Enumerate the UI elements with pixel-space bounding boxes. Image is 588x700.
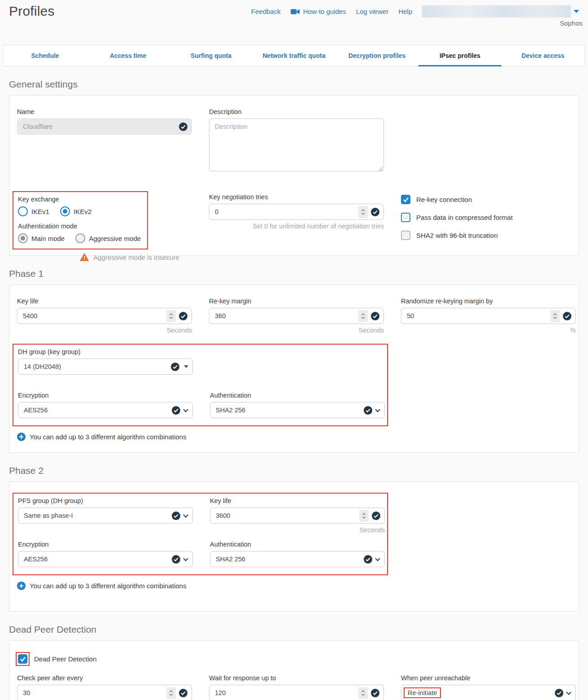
howto-guides-link[interactable]: How-to guides (291, 8, 346, 15)
valid-check-icon (364, 406, 372, 415)
tab-access-time[interactable]: Access time (87, 45, 170, 66)
warning-icon (80, 253, 89, 261)
help-link[interactable]: Help (398, 8, 412, 15)
stepper-control[interactable] (358, 687, 368, 699)
phase1-encryption-value: AES256 (24, 407, 172, 414)
stepper-control[interactable] (358, 310, 368, 322)
account-name-redacted (422, 5, 571, 18)
log-viewer-link[interactable]: Log viewer (356, 8, 389, 15)
stepper-control[interactable] (359, 510, 369, 522)
phase2-key-life-field[interactable] (210, 508, 385, 524)
page-header: Profiles Feedback How-to guides Log view… (0, 0, 588, 45)
brand-label: Sophos (560, 19, 583, 27)
help-label: Help (398, 8, 412, 15)
phase1-key-life-label: Key life (17, 298, 192, 305)
wait-response-input[interactable] (215, 689, 358, 696)
ikev2-radio[interactable] (60, 206, 70, 216)
phase1-add-note-text: You can add up to 3 different algorithm … (30, 433, 186, 441)
description-textarea[interactable] (209, 118, 384, 171)
phase1-panel: Key life Seconds Re-key margin Seconds R… (9, 284, 579, 453)
rekey-margin-input[interactable] (215, 312, 358, 319)
dpd-checkbox[interactable] (18, 654, 27, 664)
tab-decryption-profiles[interactable]: Decryption profiles (335, 45, 418, 66)
phase2-add-note-text: You can add up to 3 different algorithm … (30, 582, 186, 590)
chevron-down-icon (183, 556, 188, 561)
valid-check-icon (172, 406, 180, 415)
main-mode-radio[interactable] (18, 233, 28, 243)
plus-icon (17, 433, 26, 441)
randomize-margin-input[interactable] (407, 312, 550, 319)
rekey-margin-field[interactable] (209, 308, 384, 324)
key-negotiation-input[interactable] (215, 208, 358, 215)
rekey-connection-label: Re-key connection (416, 196, 472, 203)
valid-check-icon (171, 363, 179, 371)
sha2-truncation-checkbox[interactable] (401, 231, 410, 240)
peer-unreachable-label: When peer unreachable (401, 674, 576, 682)
tab-schedule[interactable]: Schedule (4, 45, 87, 66)
main-mode-label: Main mode (31, 235, 65, 242)
phase1-authentication-select[interactable]: SHA2 256 (210, 402, 385, 418)
plus-icon (17, 582, 26, 590)
tab-surfing-quota[interactable]: Surfing quota (170, 45, 253, 66)
rekey-margin-label: Re-key margin (209, 298, 384, 305)
pfs-group-select[interactable]: Same as phase-I (18, 508, 193, 524)
account-selector[interactable] (422, 5, 579, 18)
aggressive-mode-label: Aggressive mode (89, 235, 141, 242)
phase1-encryption-label: Encryption (18, 392, 193, 399)
tab-device-access[interactable]: Device access (501, 45, 584, 66)
chevron-down-icon (183, 512, 188, 517)
ikev2-label: IKEv2 (74, 208, 91, 215)
aggressive-mode-radio[interactable] (75, 233, 85, 243)
warning-text: Aggressive mode is insecure (93, 254, 179, 261)
stepper-control[interactable] (166, 310, 176, 322)
stepper-control[interactable] (166, 687, 176, 699)
randomize-margin-field[interactable] (401, 308, 576, 324)
account-caret-down-icon[interactable] (574, 10, 579, 13)
dh-group-select[interactable]: 14 (DH2048) (18, 359, 193, 375)
feedback-label: Feedback (251, 8, 281, 15)
phase1-add-combination-button[interactable]: You can add up to 3 different algorithm … (17, 433, 571, 441)
phase2-encryption-select[interactable]: AES256 (18, 551, 193, 567)
valid-check-icon (555, 689, 563, 697)
phase2-add-combination-button[interactable]: You can add up to 3 different algorithm … (17, 582, 571, 590)
phase2-key-life-input[interactable] (216, 512, 359, 519)
ikev1-radio[interactable] (18, 206, 28, 216)
general-settings-panel: Name Description Key exchange (9, 95, 579, 256)
chevron-down-icon (375, 556, 380, 561)
section-heading-general: General settings (9, 79, 579, 90)
peer-unreachable-value: Re-initiate (408, 689, 437, 696)
phase2-authentication-select[interactable]: SHA2 256 (210, 551, 385, 567)
tab-network-traffic-quota[interactable]: Network traffic quota (253, 45, 335, 66)
randomize-margin-label: Randomize re-keying margin by (401, 298, 576, 305)
caret-down-icon (184, 365, 188, 368)
check-peer-field[interactable] (17, 685, 192, 700)
dpd-toggle-label: Dead Peer Detection (34, 655, 96, 663)
key-negotiation-hint: Set 0 for unlimited number of negotiatio… (209, 223, 384, 230)
phase1-encryption-select[interactable]: AES256 (18, 402, 193, 418)
feedback-link[interactable]: Feedback (251, 8, 281, 15)
rekey-connection-checkbox[interactable] (401, 195, 410, 204)
key-negotiation-field[interactable] (209, 204, 384, 220)
phase1-key-life-unit: Seconds (17, 327, 192, 334)
peer-unreachable-select[interactable]: Re-initiate (401, 685, 576, 700)
phase2-authentication-label: Authentication (210, 541, 385, 548)
phase2-encryption-value: AES256 (24, 556, 172, 563)
check-peer-input[interactable] (23, 689, 166, 696)
chevron-down-icon (566, 690, 571, 695)
header-nav: Feedback How-to guides Log viewer Help (251, 5, 579, 18)
compressed-format-label: Pass data in compressed format (416, 214, 513, 221)
stepper-control[interactable] (358, 206, 368, 218)
compressed-format-checkbox[interactable] (401, 213, 410, 222)
phase1-key-life-input[interactable] (23, 312, 166, 319)
section-heading-dpd: Dead Peer Detection (9, 624, 579, 635)
phase2-encryption-label: Encryption (18, 541, 193, 548)
name-input[interactable] (23, 123, 179, 130)
wait-response-field[interactable] (209, 685, 384, 700)
stepper-control[interactable] (550, 310, 560, 322)
tab-ipsec-profiles[interactable]: IPsec profiles (418, 45, 501, 66)
phase1-key-life-field[interactable] (17, 308, 192, 324)
dh-group-value: 14 (DH2048) (24, 363, 171, 370)
name-field[interactable] (17, 118, 192, 135)
phase1-authentication-value: SHA2 256 (216, 407, 364, 414)
phase1-authentication-label: Authentication (210, 392, 385, 399)
